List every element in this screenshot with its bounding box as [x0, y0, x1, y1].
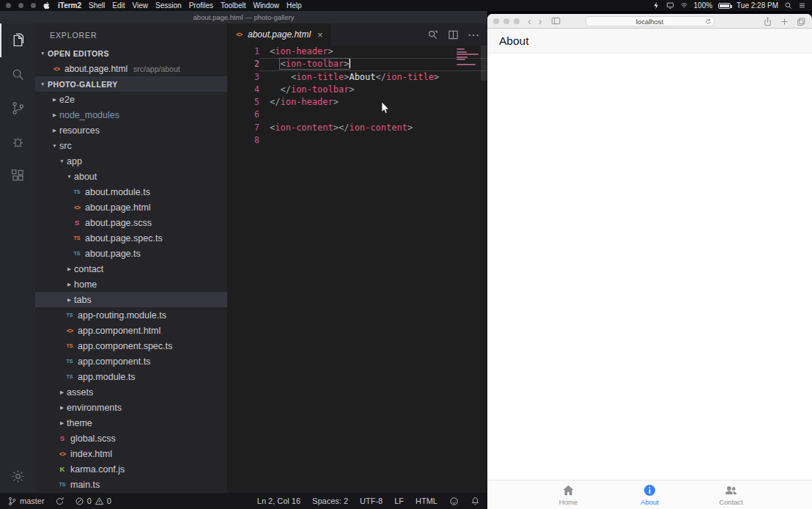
encoding-setting[interactable]: UTF-8	[360, 497, 383, 505]
menu-view[interactable]: View	[133, 1, 149, 10]
extensions-icon[interactable]	[0, 158, 35, 192]
tree-item-resources[interactable]: ▶resources	[35, 122, 227, 138]
new-tab-icon[interactable]	[780, 17, 789, 26]
tree-item-src[interactable]: ▼src	[35, 138, 227, 153]
search-icon[interactable]	[0, 57, 35, 91]
tree-item-app-module-ts[interactable]: TSapp.module.ts	[35, 369, 227, 384]
tab-about-page-html[interactable]: <> about.page.html ×	[227, 23, 331, 45]
display-status-icon[interactable]	[666, 1, 674, 10]
apple-menu-icon[interactable]	[43, 1, 51, 10]
tab-contact[interactable]: Contact	[690, 480, 772, 509]
tree-item-environments[interactable]: ▶environments	[35, 400, 227, 415]
sync-button[interactable]	[55, 497, 64, 506]
tree-item-assets[interactable]: ▶assets	[35, 384, 227, 400]
notification-center-icon[interactable]	[798, 1, 806, 10]
menu-toolbelt[interactable]: Toolbelt	[221, 1, 246, 10]
forward-button[interactable]: ›	[535, 16, 546, 26]
menu-session[interactable]: Session	[155, 1, 182, 10]
find-in-file-icon[interactable]	[427, 29, 438, 40]
line-number: 1	[227, 45, 259, 58]
share-icon[interactable]	[763, 17, 772, 26]
tree-item-about-page-scss[interactable]: Sabout.page.scss	[35, 215, 227, 230]
wifi-status-icon[interactable]	[680, 1, 688, 10]
tree-item-about-page-spec-ts[interactable]: TSabout.page.spec.ts	[35, 230, 227, 246]
open-editors-header[interactable]: ▼ OPEN EDITORS	[35, 45, 227, 61]
tab-overview-icon[interactable]	[797, 17, 806, 26]
spotlight-search-icon[interactable]	[784, 1, 792, 10]
address-bar[interactable]: localhost	[586, 16, 715, 26]
app-tab-bar: Home About Contact	[487, 480, 812, 509]
tree-item-contact[interactable]: ▶contact	[35, 261, 227, 277]
tree-item-app[interactable]: ▼app	[35, 153, 227, 169]
tree-item-global-scss[interactable]: Sglobal.scss	[35, 431, 227, 446]
menu-profiles[interactable]: Profiles	[189, 1, 213, 10]
tab-about[interactable]: About	[609, 480, 690, 509]
tree-item-main-ts[interactable]: TSmain.ts	[35, 477, 227, 492]
refresh-icon[interactable]	[705, 18, 712, 25]
notifications-bell-icon[interactable]	[470, 497, 480, 506]
language-mode[interactable]: HTML	[416, 497, 438, 505]
menu-window[interactable]: Window	[253, 1, 279, 10]
close-tab-icon[interactable]: ×	[317, 30, 323, 40]
tree-item-app-component-spec-ts[interactable]: TSapp.component.spec.ts	[35, 338, 227, 354]
problems-indicator[interactable]: 0 0	[75, 497, 111, 506]
traffic-light-minimize[interactable]	[503, 18, 509, 24]
code-line-8[interactable]: 8	[227, 134, 487, 147]
bolt-status-icon[interactable]	[652, 1, 660, 10]
back-button[interactable]: ‹	[524, 16, 535, 26]
tree-item-node-modules[interactable]: ▶node_modules	[35, 107, 227, 122]
tree-item-about[interactable]: ▼about	[35, 169, 227, 184]
indentation-setting[interactable]: Spaces: 2	[312, 497, 348, 505]
project-section-header[interactable]: ▼ PHOTO-GALLERY	[35, 76, 227, 92]
traffic-light-minimize[interactable]	[18, 3, 23, 8]
code-line-7[interactable]: 7<ion-content></ion-content>	[227, 122, 487, 134]
feedback-smiley-icon[interactable]	[449, 497, 459, 506]
code-line-6[interactable]: 6	[227, 109, 487, 121]
branch-icon	[7, 497, 17, 506]
tree-item-home[interactable]: ▶home	[35, 277, 227, 292]
menu-bar-clock[interactable]: Tue 2:28 PM	[737, 1, 778, 10]
menu-help[interactable]: Help	[287, 1, 302, 10]
tree-item-theme[interactable]: ▶theme	[35, 415, 227, 431]
eol-setting[interactable]: LF	[394, 497, 404, 505]
split-editor-icon[interactable]	[448, 29, 459, 40]
code-editor[interactable]: 1<ion-header>2 <ion-toolbar>3 <ion-title…	[227, 45, 487, 493]
tree-item-index-html[interactable]: <>index.html	[35, 446, 227, 461]
tree-item-karma-conf-js[interactable]: Kkarma.conf.js	[35, 461, 227, 477]
traffic-light-zoom[interactable]	[514, 18, 520, 24]
tree-item-app-component-html[interactable]: <>app.component.html	[35, 323, 227, 338]
more-actions-icon[interactable]: ···	[468, 29, 480, 40]
minimap-line	[457, 56, 468, 58]
traffic-light-close[interactable]	[6, 3, 11, 8]
minimap[interactable]	[457, 48, 479, 69]
traffic-light-close[interactable]	[493, 18, 499, 24]
tree-item-about-page-html[interactable]: <>about.page.html	[35, 199, 227, 215]
menu-app-name[interactable]: iTerm2	[58, 1, 81, 10]
open-editor-about-page-html[interactable]: <> about.page.html src/app/about	[35, 61, 227, 76]
battery-percentage: 100%	[694, 1, 713, 10]
code-line-3[interactable]: 3 <ion-title>About</ion-title>	[227, 71, 487, 84]
vscode-title-bar[interactable]: about.page.html — photo-gallery	[0, 11, 487, 23]
git-branch-indicator[interactable]: master	[7, 497, 45, 506]
debug-icon[interactable]	[0, 125, 35, 158]
sidebar-toggle-icon[interactable]	[551, 16, 561, 26]
tree-item-e2e[interactable]: ▶e2e	[35, 92, 227, 107]
code-line-2[interactable]: 2 <ion-toolbar>	[227, 58, 487, 70]
code-line-1[interactable]: 1<ion-header>	[227, 45, 487, 58]
traffic-light-zoom[interactable]	[31, 3, 36, 8]
code-line-4[interactable]: 4 </ion-toolbar>	[227, 84, 487, 96]
tree-item-tabs[interactable]: ▶tabs	[35, 292, 227, 307]
explorer-icon[interactable]	[0, 23, 35, 57]
tree-item-app-component-ts[interactable]: TSapp.component.ts	[35, 354, 227, 369]
tab-home[interactable]: Home	[528, 480, 609, 509]
code-line-5[interactable]: 5</ion-header>	[227, 96, 487, 109]
settings-gear-icon[interactable]	[0, 459, 35, 493]
cursor-position[interactable]: Ln 2, Col 16	[257, 497, 300, 505]
tree-item-app-routing-module-ts[interactable]: TSapp-routing.module.ts	[35, 307, 227, 323]
menu-edit[interactable]: Edit	[112, 1, 125, 10]
tree-item-about-page-ts[interactable]: TSabout.page.ts	[35, 246, 227, 261]
tree-item-about-module-ts[interactable]: TSabout.module.ts	[35, 184, 227, 199]
editor-scrollbar[interactable]	[481, 45, 487, 81]
menu-shell[interactable]: Shell	[89, 1, 105, 10]
source-control-icon[interactable]	[0, 91, 35, 125]
